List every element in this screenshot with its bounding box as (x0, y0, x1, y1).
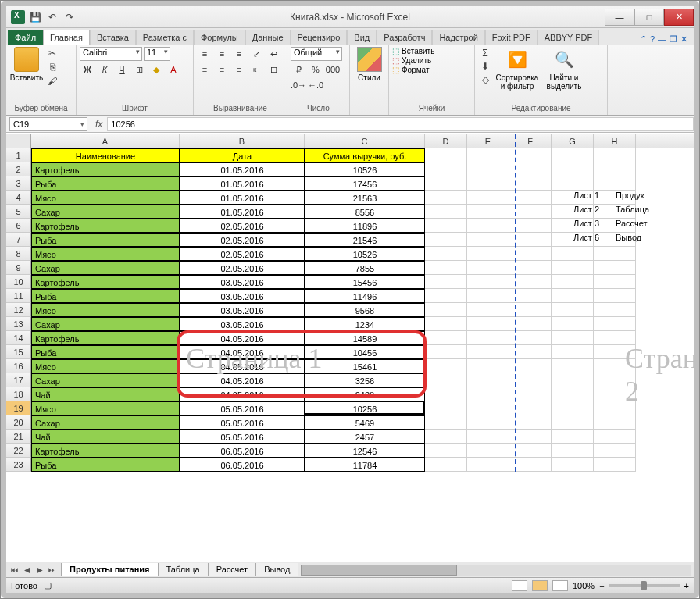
cell-name[interactable]: Рыба (31, 176, 180, 191)
cell-sum[interactable]: 3256 (305, 373, 425, 387)
cell-name[interactable]: Рыба (31, 233, 180, 247)
tab-nav-first-icon[interactable]: ⏮ (9, 565, 20, 574)
sheet-tab-products[interactable]: Продукты питания (61, 563, 159, 576)
tab-file[interactable]: Файл (8, 30, 43, 45)
row-header[interactable]: 6 (6, 219, 31, 233)
cell-date[interactable]: 04.05.2016 (180, 359, 305, 373)
cell-blank[interactable] (467, 303, 509, 317)
sheet-tab-table[interactable]: Таблица (158, 563, 209, 576)
cell-blank[interactable] (467, 176, 509, 191)
row-header[interactable]: 11 (6, 289, 31, 303)
row-header[interactable]: 21 (6, 430, 31, 444)
styles-button[interactable]: Стили (353, 47, 385, 82)
table-row[interactable]: 12Мясо03.05.20169568 (6, 303, 694, 317)
worksheet[interactable]: A B C D E F G H 1НаименованиеДатаСумма в… (6, 134, 694, 472)
col-header-D[interactable]: D (425, 134, 467, 148)
indent-decrease-button[interactable]: ⇤ (248, 62, 264, 77)
cell-blank[interactable] (594, 430, 636, 444)
cell-blank[interactable] (594, 458, 636, 472)
format-painter-icon[interactable]: 🖌 (45, 75, 59, 87)
cell-date[interactable]: 01.05.2016 (180, 191, 305, 205)
cell-name[interactable]: Рыба (31, 458, 180, 472)
zoom-out-button[interactable]: − (599, 581, 604, 590)
cell-blank[interactable] (425, 444, 467, 458)
cell-blank[interactable] (467, 359, 509, 373)
align-top-button[interactable]: ≡ (197, 47, 212, 61)
cell-date[interactable]: 05.05.2016 (180, 415, 305, 430)
cell-name[interactable]: Картофель (31, 162, 180, 176)
cell-sum[interactable]: 15456 (305, 275, 425, 289)
tab-addins[interactable]: Надстрой (432, 30, 484, 45)
cell-name[interactable]: Картофель (31, 331, 180, 345)
font-color-button[interactable]: A (166, 62, 181, 77)
cell-blank[interactable] (552, 331, 594, 345)
cell-blank[interactable] (552, 162, 594, 176)
cell-blank[interactable] (552, 359, 594, 373)
increase-decimal-button[interactable]: .0→ (291, 78, 306, 92)
zoom-slider[interactable] (609, 584, 680, 587)
table-row[interactable]: 1НаименованиеДатаСумма выручки, руб. (6, 148, 694, 162)
cell-sum[interactable]: 10456 (305, 345, 425, 359)
col-header-C[interactable]: C (305, 134, 425, 148)
page-break-view-button[interactable] (552, 580, 568, 591)
paste-button[interactable]: Вставить (9, 47, 44, 82)
inner-minimize-icon[interactable]: — (658, 34, 666, 45)
row-header[interactable]: 23 (6, 458, 31, 472)
cell-blank[interactable] (467, 261, 509, 275)
cell-blank[interactable] (552, 444, 594, 458)
cell-blank[interactable] (594, 162, 636, 176)
close-button[interactable]: ✕ (664, 9, 694, 26)
cell-blank[interactable] (594, 148, 636, 162)
redo-icon[interactable]: ↷ (62, 10, 77, 24)
italic-button[interactable]: К (97, 62, 112, 77)
bold-button[interactable]: Ж (80, 62, 95, 77)
cell-blank[interactable] (425, 219, 467, 233)
col-header-G[interactable]: G (552, 134, 594, 148)
cell-name[interactable]: Сахар (31, 317, 180, 331)
cell-sum[interactable]: 10526 (305, 247, 425, 261)
cell-date[interactable]: 05.05.2016 (180, 401, 305, 415)
table-row[interactable]: 16Мясо04.05.201615461 (6, 359, 694, 373)
cell-blank[interactable] (467, 331, 509, 345)
row-header[interactable]: 10 (6, 275, 31, 289)
cell-name[interactable]: Сахар (31, 415, 180, 430)
tab-developer[interactable]: Разработч (377, 30, 432, 45)
cell-name[interactable]: Сахар (31, 261, 180, 275)
cell-blank[interactable] (467, 415, 509, 430)
tab-page-layout[interactable]: Разметка с (136, 30, 194, 45)
formula-input[interactable]: 10256 (107, 117, 694, 131)
cell-sum[interactable]: 12546 (305, 444, 425, 458)
percent-button[interactable]: % (308, 62, 323, 77)
tab-home[interactable]: Главная (43, 30, 90, 45)
table-row[interactable]: 21Чай05.05.20162457 (6, 430, 694, 444)
cell-blank[interactable] (552, 345, 594, 359)
cell-date[interactable]: 01.05.2016 (180, 162, 305, 176)
excel-icon[interactable] (11, 10, 25, 24)
cell-blank[interactable] (552, 415, 594, 430)
header-name[interactable]: Наименование (31, 148, 180, 162)
cell-blank[interactable] (425, 191, 467, 205)
cell-blank[interactable] (425, 387, 467, 401)
cell-blank[interactable] (594, 345, 636, 359)
row-header[interactable]: 15 (6, 345, 31, 359)
find-select-button[interactable]: 🔍 Найти и выделить (542, 47, 586, 91)
format-cells-button[interactable]: ⬚Формат (392, 66, 430, 74)
minimize-ribbon-icon[interactable]: ⌃ (640, 34, 647, 45)
cell-blank[interactable] (467, 205, 509, 219)
row-header[interactable]: 1 (6, 148, 31, 162)
cell-blank[interactable] (425, 345, 467, 359)
cell-blank[interactable] (552, 373, 594, 387)
cell-blank[interactable] (425, 205, 467, 219)
row-header[interactable]: 18 (6, 387, 31, 401)
header-date[interactable]: Дата (180, 148, 305, 162)
row-header[interactable]: 14 (6, 331, 31, 345)
cell-blank[interactable] (467, 233, 509, 247)
cell-date[interactable]: 04.05.2016 (180, 331, 305, 345)
cell-blank[interactable] (467, 430, 509, 444)
cell-blank[interactable] (425, 289, 467, 303)
cell-date[interactable]: 03.05.2016 (180, 303, 305, 317)
clear-icon[interactable]: ◇ (478, 73, 492, 86)
help-icon[interactable]: ? (650, 34, 655, 45)
table-row[interactable]: 13Сахар03.05.20161234 (6, 317, 694, 331)
table-row[interactable]: 15Рыба04.05.201610456 (6, 345, 694, 359)
